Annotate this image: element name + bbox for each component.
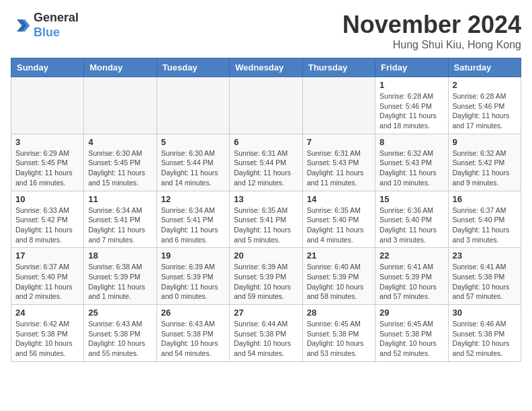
- day-number: 19: [161, 250, 225, 261]
- calendar-cell: 7Sunrise: 6:31 AM Sunset: 5:43 PM Daylig…: [302, 134, 375, 191]
- day-info: Sunrise: 6:44 AM Sunset: 5:38 PM Dayligh…: [234, 319, 298, 359]
- day-info: Sunrise: 6:31 AM Sunset: 5:44 PM Dayligh…: [234, 148, 298, 188]
- month-title: November 2024: [343, 11, 521, 39]
- logo-text: General Blue: [34, 11, 79, 40]
- calendar-cell: 15Sunrise: 6:36 AM Sunset: 5:40 PM Dayli…: [375, 191, 448, 248]
- day-info: Sunrise: 6:37 AM Sunset: 5:40 PM Dayligh…: [453, 205, 517, 245]
- day-info: Sunrise: 6:30 AM Sunset: 5:45 PM Dayligh…: [88, 148, 152, 188]
- calendar-cell: 10Sunrise: 6:33 AM Sunset: 5:42 PM Dayli…: [11, 191, 84, 248]
- day-info: Sunrise: 6:28 AM Sunset: 5:46 PM Dayligh…: [380, 91, 443, 131]
- calendar-cell: 14Sunrise: 6:35 AM Sunset: 5:40 PM Dayli…: [302, 191, 375, 248]
- calendar-cell: 6Sunrise: 6:31 AM Sunset: 5:44 PM Daylig…: [230, 134, 302, 191]
- day-number: 9: [453, 137, 517, 147]
- calendar-week-row: 24Sunrise: 6:42 AM Sunset: 5:38 PM Dayli…: [11, 305, 521, 362]
- day-number: 3: [15, 137, 79, 147]
- day-info: Sunrise: 6:36 AM Sunset: 5:40 PM Dayligh…: [380, 205, 443, 245]
- weekday-header: Wednesday: [230, 58, 302, 77]
- day-info: Sunrise: 6:42 AM Sunset: 5:38 PM Dayligh…: [15, 319, 79, 359]
- day-number: 15: [380, 194, 443, 204]
- calendar-table: SundayMondayTuesdayWednesdayThursdayFrid…: [11, 58, 521, 362]
- day-info: Sunrise: 6:28 AM Sunset: 5:46 PM Dayligh…: [453, 91, 517, 131]
- day-info: Sunrise: 6:45 AM Sunset: 5:38 PM Dayligh…: [380, 319, 443, 359]
- calendar-week-row: 1Sunrise: 6:28 AM Sunset: 5:46 PM Daylig…: [11, 77, 521, 134]
- calendar-week-row: 17Sunrise: 6:37 AM Sunset: 5:40 PM Dayli…: [11, 248, 521, 305]
- day-number: 2: [453, 80, 517, 90]
- calendar-cell: 24Sunrise: 6:42 AM Sunset: 5:38 PM Dayli…: [11, 305, 84, 362]
- day-number: 18: [88, 250, 152, 261]
- day-number: 7: [307, 137, 371, 147]
- day-number: 6: [234, 137, 298, 147]
- day-info: Sunrise: 6:39 AM Sunset: 5:39 PM Dayligh…: [234, 262, 298, 302]
- weekday-header: Sunday: [11, 58, 84, 77]
- calendar-cell: [302, 77, 375, 134]
- calendar-week-row: 10Sunrise: 6:33 AM Sunset: 5:42 PM Dayli…: [11, 191, 521, 248]
- day-number: 17: [15, 250, 79, 261]
- calendar-cell: 9Sunrise: 6:32 AM Sunset: 5:42 PM Daylig…: [448, 134, 521, 191]
- day-info: Sunrise: 6:43 AM Sunset: 5:38 PM Dayligh…: [161, 319, 225, 359]
- day-info: Sunrise: 6:35 AM Sunset: 5:40 PM Dayligh…: [307, 205, 371, 245]
- weekday-header: Saturday: [448, 58, 521, 77]
- calendar-cell: 5Sunrise: 6:30 AM Sunset: 5:44 PM Daylig…: [157, 134, 229, 191]
- day-number: 1: [380, 80, 443, 90]
- calendar-cell: 17Sunrise: 6:37 AM Sunset: 5:40 PM Dayli…: [11, 248, 84, 305]
- page-header: General Blue November 2024 Hung Shui Kiu…: [11, 11, 521, 51]
- calendar-cell: 25Sunrise: 6:43 AM Sunset: 5:38 PM Dayli…: [84, 305, 157, 362]
- calendar-week-row: 3Sunrise: 6:29 AM Sunset: 5:45 PM Daylig…: [11, 134, 521, 191]
- calendar-cell: 11Sunrise: 6:34 AM Sunset: 5:41 PM Dayli…: [84, 191, 157, 248]
- calendar-cell: [157, 77, 229, 134]
- day-info: Sunrise: 6:34 AM Sunset: 5:41 PM Dayligh…: [88, 205, 152, 245]
- logo-icon: [11, 15, 31, 36]
- calendar-cell: 13Sunrise: 6:35 AM Sunset: 5:41 PM Dayli…: [230, 191, 302, 248]
- calendar-cell: 26Sunrise: 6:43 AM Sunset: 5:38 PM Dayli…: [157, 305, 229, 362]
- day-info: Sunrise: 6:33 AM Sunset: 5:42 PM Dayligh…: [15, 205, 79, 245]
- title-block: November 2024 Hung Shui Kiu, Hong Kong: [343, 11, 521, 51]
- day-number: 24: [15, 308, 79, 318]
- calendar-cell: 22Sunrise: 6:41 AM Sunset: 5:39 PM Dayli…: [375, 248, 448, 305]
- day-info: Sunrise: 6:43 AM Sunset: 5:38 PM Dayligh…: [88, 319, 152, 359]
- day-info: Sunrise: 6:30 AM Sunset: 5:44 PM Dayligh…: [161, 148, 225, 188]
- weekday-header: Friday: [375, 58, 448, 77]
- calendar-cell: 4Sunrise: 6:30 AM Sunset: 5:45 PM Daylig…: [84, 134, 157, 191]
- day-info: Sunrise: 6:45 AM Sunset: 5:38 PM Dayligh…: [307, 319, 371, 359]
- day-info: Sunrise: 6:32 AM Sunset: 5:42 PM Dayligh…: [453, 148, 517, 188]
- calendar-cell: 3Sunrise: 6:29 AM Sunset: 5:45 PM Daylig…: [11, 134, 84, 191]
- weekday-header: Monday: [84, 58, 157, 77]
- logo: General Blue: [11, 11, 79, 40]
- day-number: 28: [307, 308, 371, 318]
- calendar-cell: 18Sunrise: 6:38 AM Sunset: 5:39 PM Dayli…: [84, 248, 157, 305]
- day-number: 16: [453, 194, 517, 204]
- logo-blue: Blue: [34, 26, 79, 40]
- day-info: Sunrise: 6:39 AM Sunset: 5:39 PM Dayligh…: [161, 262, 225, 302]
- calendar-cell: 29Sunrise: 6:45 AM Sunset: 5:38 PM Dayli…: [375, 305, 448, 362]
- location-title: Hung Shui Kiu, Hong Kong: [343, 39, 521, 51]
- calendar-cell: [84, 77, 157, 134]
- calendar-cell: 8Sunrise: 6:32 AM Sunset: 5:43 PM Daylig…: [375, 134, 448, 191]
- calendar-cell: 12Sunrise: 6:34 AM Sunset: 5:41 PM Dayli…: [157, 191, 229, 248]
- day-number: 10: [15, 194, 79, 204]
- day-number: 21: [307, 250, 371, 261]
- calendar-cell: 27Sunrise: 6:44 AM Sunset: 5:38 PM Dayli…: [230, 305, 302, 362]
- day-info: Sunrise: 6:35 AM Sunset: 5:41 PM Dayligh…: [234, 205, 298, 245]
- day-number: 13: [234, 194, 298, 204]
- day-number: 30: [453, 308, 517, 318]
- day-info: Sunrise: 6:37 AM Sunset: 5:40 PM Dayligh…: [15, 262, 79, 302]
- calendar-cell: 19Sunrise: 6:39 AM Sunset: 5:39 PM Dayli…: [157, 248, 229, 305]
- calendar-cell: 21Sunrise: 6:40 AM Sunset: 5:39 PM Dayli…: [302, 248, 375, 305]
- day-info: Sunrise: 6:29 AM Sunset: 5:45 PM Dayligh…: [15, 148, 79, 188]
- day-number: 14: [307, 194, 371, 204]
- calendar-cell: 30Sunrise: 6:46 AM Sunset: 5:38 PM Dayli…: [448, 305, 521, 362]
- day-info: Sunrise: 6:40 AM Sunset: 5:39 PM Dayligh…: [307, 262, 371, 302]
- day-info: Sunrise: 6:41 AM Sunset: 5:39 PM Dayligh…: [380, 262, 443, 302]
- day-number: 5: [161, 137, 225, 147]
- day-number: 25: [88, 308, 152, 318]
- day-number: 27: [234, 308, 298, 318]
- day-number: 22: [380, 250, 443, 261]
- day-number: 23: [453, 250, 517, 261]
- day-number: 11: [88, 194, 152, 204]
- calendar-cell: [11, 77, 84, 134]
- calendar-cell: 28Sunrise: 6:45 AM Sunset: 5:38 PM Dayli…: [302, 305, 375, 362]
- day-info: Sunrise: 6:31 AM Sunset: 5:43 PM Dayligh…: [307, 148, 371, 188]
- day-number: 26: [161, 308, 225, 318]
- weekday-header-row: SundayMondayTuesdayWednesdayThursdayFrid…: [11, 58, 521, 77]
- weekday-header: Tuesday: [157, 58, 229, 77]
